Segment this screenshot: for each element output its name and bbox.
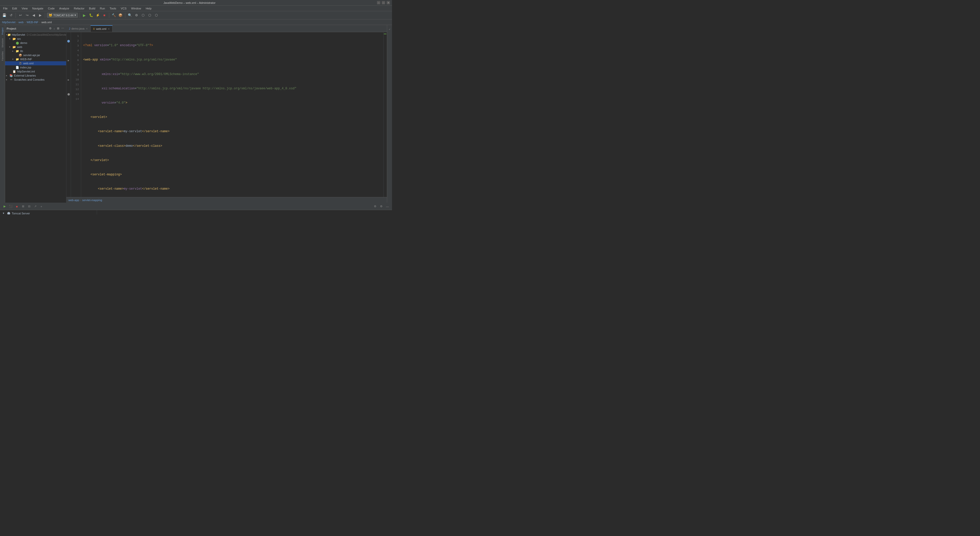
menu-item-analyze[interactable]: Analyze <box>57 6 71 11</box>
menu-item-window[interactable]: Window <box>129 6 143 11</box>
plugin2-button[interactable]: ⬡ <box>147 13 153 18</box>
tree-item-scratches[interactable]: ▸ ✏ Scratches and Consoles <box>5 78 66 82</box>
nav-back-button[interactable]: ◀ <box>31 13 37 18</box>
tree-item-iml[interactable]: 📋 httpServlet.iml <box>5 69 66 73</box>
services-filter-button[interactable]: ⊟ <box>27 204 32 209</box>
services-align-button[interactable]: ⬛ <box>8 204 13 209</box>
tree-item-webxml[interactable]: 🗒 web.xml <box>5 61 66 65</box>
editor-tab-bar: J demo.java ✕ X web.xml ✕ <box>66 25 387 32</box>
path-sep: › <box>80 199 81 202</box>
run-config-selector[interactable]: 🐱 TOMCAT 9.0.44 ▾ <box>47 13 78 17</box>
plugin1-button[interactable]: ⬡ <box>140 13 146 18</box>
titlebar-controls[interactable]: ─ □ ✕ <box>377 1 390 4</box>
services-options-icon[interactable]: ⚙ <box>379 204 384 209</box>
tree-item-webinf[interactable]: ▾ 📁 WEB-INF <box>5 57 66 61</box>
coverage-button[interactable]: ⚡ <box>95 13 100 18</box>
menu-item-view[interactable]: View <box>20 6 30 11</box>
run-button[interactable]: ▶ <box>82 13 87 18</box>
synchronize-button[interactable]: ↺ <box>8 13 14 18</box>
project-panel: Project ⚙ ↕ ⊞ ⋯ ▾ 📁 httpServlet D:\Code\… <box>5 25 66 203</box>
tomcat-server-expand-icon: ▾ <box>2 212 6 215</box>
search-everywhere-button[interactable]: 🔍 <box>127 13 133 18</box>
breadcrumb-web[interactable]: web <box>18 21 24 24</box>
path-webpp[interactable]: web-app <box>68 199 79 202</box>
menu-item-refactor[interactable]: Refactor <box>72 6 86 11</box>
tree-label-iml: httpServlet.iml <box>17 70 35 73</box>
gutter-line-3 <box>66 43 71 48</box>
build-button[interactable]: 🔨 <box>111 13 117 18</box>
tree-label-lib: lib <box>20 49 23 52</box>
breadcrumb-sep-2: › <box>24 21 25 24</box>
tab-demo-java[interactable]: J demo.java ✕ <box>66 25 91 32</box>
tree-item-demo[interactable]: ⬤ demo <box>5 41 66 45</box>
redo-button[interactable]: ↪ <box>24 13 30 18</box>
project-sort-icon[interactable]: ↕ <box>53 27 56 31</box>
menu-item-navigate[interactable]: Navigate <box>30 6 45 11</box>
gutter-line-11 <box>66 82 71 87</box>
project-tool-window-tab[interactable]: Project <box>1 26 4 36</box>
tree-item-servlet-jar[interactable]: 📦 servlet-api.jar <box>5 53 66 57</box>
tree-item-root[interactable]: ▾ 📁 httpServlet D:\Code\JavaWebDemo\http… <box>5 33 66 37</box>
project-gear2-icon[interactable]: ⋯ <box>61 26 65 31</box>
right-panel-icon-1[interactable]: ✓ <box>388 27 391 32</box>
menu-item-help[interactable]: Help <box>144 6 154 11</box>
debug-button[interactable]: 🐛 <box>88 13 94 18</box>
services-add-button[interactable]: + <box>39 204 44 209</box>
settings-button[interactable]: ⚙ <box>134 13 139 18</box>
tree-item-ext-libs[interactable]: ▸ 📚 External Libraries <box>5 73 66 78</box>
menu-item-file[interactable]: File <box>1 6 10 11</box>
services-group-button[interactable]: ⊞ <box>21 204 25 209</box>
minimize-button[interactable]: ─ <box>377 1 380 4</box>
code-content[interactable]: <?xml version="1.0" encoding="UTF-8"?> <… <box>81 32 383 197</box>
separator-1 <box>16 13 16 18</box>
close-button[interactable]: ✕ <box>387 1 390 4</box>
tree-item-web[interactable]: ▾ 📂 web <box>5 45 66 49</box>
breadcrumb-webinf[interactable]: WEB-INF <box>27 21 38 24</box>
services-run-button[interactable]: ▶ <box>2 204 7 209</box>
save-all-button[interactable]: 💾 <box>2 13 7 18</box>
code-editor[interactable]: ⬤ ▶ ▶ ⬤ 12345 678910 11121314 <box>66 32 387 197</box>
nav-forward-button[interactable]: ▶ <box>38 13 43 18</box>
project-settings-icon[interactable]: ⚙ <box>48 26 52 31</box>
main-layout: Project Structure Favorites Project ⚙ ↕ … <box>0 25 392 203</box>
tree-item-lib[interactable]: ▸ 📁 lib <box>5 49 66 53</box>
plugin3-button[interactable]: ⬡ <box>154 13 159 18</box>
tree-item-indexjsp[interactable]: 📄 index.jsp <box>5 65 66 69</box>
code-line-2: <web-app xmlns="http://xmlns.jcp.org/xml… <box>83 57 381 62</box>
menu-item-build[interactable]: Build <box>87 6 97 11</box>
gutter-line-12 <box>66 87 71 92</box>
menu-item-run[interactable]: Run <box>98 6 107 11</box>
gutter-line-1 <box>66 34 71 38</box>
gutter-line-7 <box>66 63 71 68</box>
sdk-button[interactable]: 📦 <box>118 13 123 18</box>
services-stop-button[interactable]: ■ <box>14 204 19 209</box>
breadcrumb-http-servlet[interactable]: httpServlet <box>2 21 16 24</box>
code-line-4: xsi:schemaLocation="http://xmlns.jcp.org… <box>83 86 381 91</box>
services-minimize-icon[interactable]: — <box>385 204 390 209</box>
tree-label-scratches: Scratches and Consoles <box>14 78 45 81</box>
structure-tool-window-tab[interactable]: Structure <box>1 37 4 49</box>
tree-item-path: D:\Code\JavaWebDemo\httpServlet <box>27 33 66 36</box>
menu-item-code[interactable]: Code <box>46 6 57 11</box>
favorites-tool-window-tab[interactable]: Favorites <box>1 50 4 62</box>
tab-web-xml[interactable]: X web.xml ✕ <box>91 25 113 32</box>
maximize-button[interactable]: □ <box>382 1 385 4</box>
undo-button[interactable]: ↩ <box>18 13 23 18</box>
tab-close-demo[interactable]: ✕ <box>86 27 88 30</box>
services-toolbar-left: ▶ ⬛ ■ ⊞ ⊟ ↗ + <box>2 204 44 209</box>
project-expand-icon[interactable]: ⊞ <box>56 26 60 31</box>
menu-item-tools[interactable]: Tools <box>107 6 118 11</box>
services-item-tomcat-server[interactable]: ▾ ⬤ Tomcat Server <box>0 211 97 215</box>
services-settings-icon[interactable]: ⚙ <box>372 204 378 209</box>
separator-4 <box>109 13 109 18</box>
editor-gutter: ⬤ ▶ ▶ ⬤ <box>66 32 71 197</box>
path-servlet-mapping[interactable]: servlet-mapping <box>82 199 102 202</box>
tab-close-webxml[interactable]: ✕ <box>108 27 110 30</box>
code-line-3: xmlns:xsi="http://www.w3.org/2001/XMLSch… <box>83 72 381 77</box>
menu-item-vcs[interactable]: VCS <box>119 6 129 11</box>
gutter-line-9 <box>66 73 71 77</box>
stop-button[interactable]: ■ <box>102 13 107 18</box>
services-jump-button[interactable]: ↗ <box>33 204 38 209</box>
tree-item-src[interactable]: ▾ 📂 src <box>5 37 66 41</box>
menu-item-edit[interactable]: Edit <box>10 6 19 11</box>
